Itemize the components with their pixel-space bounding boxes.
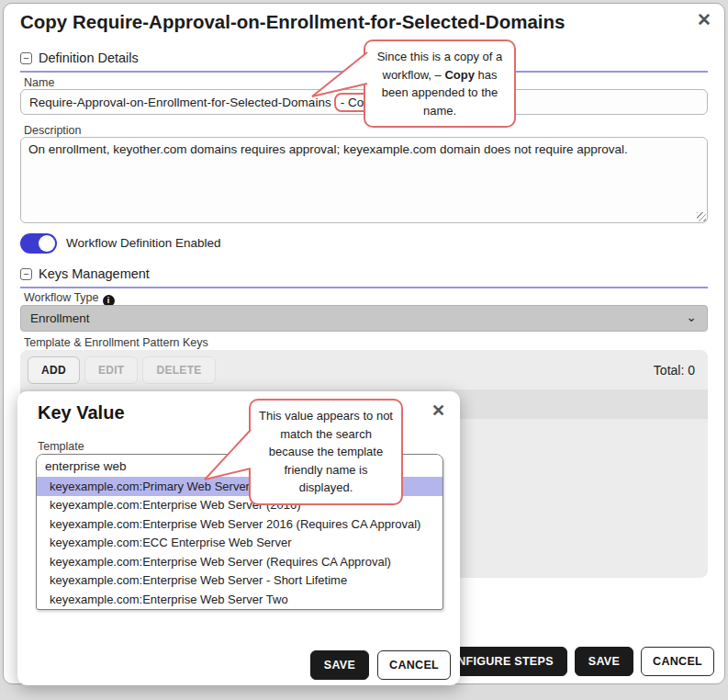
cancel-button[interactable]: CANCEL <box>641 647 714 676</box>
workflow-type-text: Workflow Type <box>24 291 99 304</box>
definition-details-header[interactable]: − Definition Details <box>20 51 139 65</box>
copy-workflow-modal: Copy Require-Approval-on-Enrollment-for-… <box>3 3 725 684</box>
chevron-down-icon: ⌄ <box>686 310 697 324</box>
delete-button[interactable]: DELETE <box>142 356 215 384</box>
template-option[interactable]: keyexample.com:Enterprise Web Server - S… <box>37 571 442 591</box>
collapse-minus-icon[interactable]: − <box>20 52 32 64</box>
template-option[interactable]: keyexample.com:Enterprise Web Server 201… <box>37 514 442 534</box>
dialog-close-icon[interactable]: ✕ <box>431 401 445 421</box>
pattern-keys-label: Template & Enrollment Pattern Keys <box>24 336 208 349</box>
dialog-actions: SAVE CANCEL <box>310 650 451 680</box>
template-option[interactable]: keyexample.com:Enterprise Web Server Two <box>37 590 442 609</box>
workflow-type-value: Enrollment <box>30 311 90 325</box>
name-copy-callout: Since this is a copy of a workflow, – Co… <box>364 40 516 128</box>
modal-close-icon[interactable]: ✕ <box>697 9 711 30</box>
keys-management-label: Keys Management <box>39 266 150 281</box>
edit-button[interactable]: EDIT <box>84 356 139 384</box>
definition-details-label: Definition Details <box>39 51 139 65</box>
pattern-keys-toolbar: ADD EDIT DELETE <box>28 356 216 384</box>
workflow-enabled-toggle[interactable] <box>20 233 57 254</box>
callout-bold-text: Copy <box>444 68 475 82</box>
template-option[interactable]: keyexample.com:Enterprise Web Server (Re… <box>37 552 442 571</box>
collapse-minus-icon[interactable]: − <box>20 268 32 280</box>
callout-tail <box>199 423 256 485</box>
workflow-enabled-label: Workflow Definition Enabled <box>66 236 221 250</box>
dialog-save-button[interactable]: SAVE <box>310 650 369 680</box>
template-match-callout: This value appears to not match the sear… <box>249 399 403 505</box>
workflow-type-select[interactable]: Enrollment ⌄ <box>20 305 708 332</box>
name-value: Require-Approval-on-Enrollment-for-Selec… <box>29 96 331 109</box>
modal-footer-actions: CONFIGURE STEPS SAVE CANCEL <box>426 647 714 676</box>
section-divider <box>20 287 708 288</box>
resize-handle-icon[interactable] <box>697 212 706 221</box>
callout-tail <box>307 45 373 102</box>
save-button[interactable]: SAVE <box>575 647 633 676</box>
description-textarea[interactable]: On enrollment, keyother.com domains requ… <box>20 137 708 223</box>
dialog-cancel-button[interactable]: CANCEL <box>377 650 451 680</box>
key-value-title: Key Value <box>38 402 125 423</box>
template-option[interactable]: keyexample.com:ECC Enterprise Web Server <box>37 534 442 553</box>
modal-title: Copy Require-Approval-on-Enrollment-for-… <box>20 11 565 33</box>
add-button[interactable]: ADD <box>28 356 80 384</box>
toggle-knob <box>39 235 55 252</box>
key-value-dialog: Key Value ✕ Template keyexample.com:Prim… <box>17 391 460 685</box>
total-count: Total: 0 <box>654 363 695 378</box>
keys-management-header[interactable]: − Keys Management <box>20 266 150 281</box>
name-label: Name <box>24 76 54 89</box>
description-label: Description <box>24 124 82 137</box>
template-label: Template <box>38 440 84 453</box>
